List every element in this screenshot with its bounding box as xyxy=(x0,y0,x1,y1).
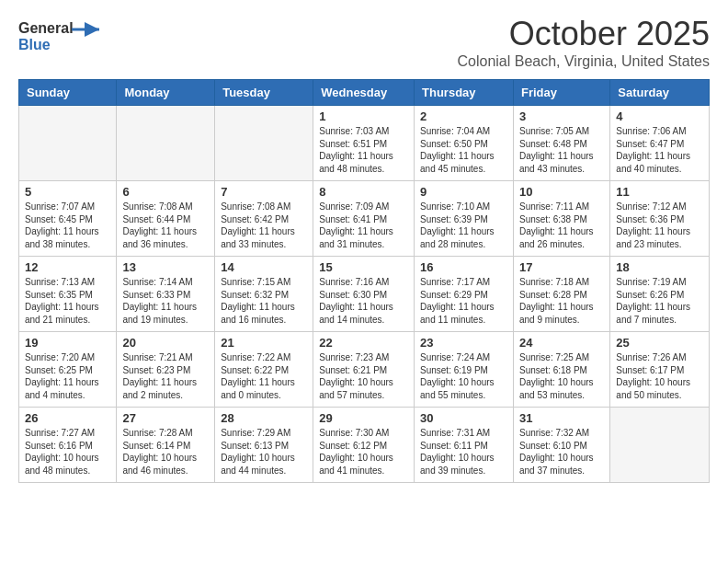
svg-text:Blue: Blue xyxy=(18,37,51,52)
day-info: Sunrise: 7:20 AMSunset: 6:25 PMDaylight:… xyxy=(25,351,110,401)
day-number: 31 xyxy=(519,411,604,425)
location-label: Colonial Beach, Virginia, United States xyxy=(457,53,710,70)
day-info: Sunrise: 7:31 AMSunset: 6:11 PMDaylight:… xyxy=(420,427,507,477)
calendar-cell: 31Sunrise: 7:32 AMSunset: 6:10 PMDayligh… xyxy=(513,408,609,483)
day-info: Sunrise: 7:05 AMSunset: 6:48 PMDaylight:… xyxy=(519,125,604,175)
calendar-cell: 3Sunrise: 7:05 AMSunset: 6:48 PMDaylight… xyxy=(513,106,609,181)
day-info: Sunrise: 7:30 AMSunset: 6:12 PMDaylight:… xyxy=(319,427,408,477)
day-number: 19 xyxy=(25,336,110,350)
calendar-cell: 1Sunrise: 7:03 AMSunset: 6:51 PMDaylight… xyxy=(313,106,415,181)
calendar-cell: 2Sunrise: 7:04 AMSunset: 6:50 PMDaylight… xyxy=(415,106,514,181)
day-number: 15 xyxy=(319,260,408,274)
day-info: Sunrise: 7:14 AMSunset: 6:33 PMDaylight:… xyxy=(122,276,209,326)
day-number: 28 xyxy=(221,411,307,425)
day-info: Sunrise: 7:21 AMSunset: 6:23 PMDaylight:… xyxy=(122,351,209,401)
day-info: Sunrise: 7:23 AMSunset: 6:21 PMDaylight:… xyxy=(319,351,408,401)
day-info: Sunrise: 7:15 AMSunset: 6:32 PMDaylight:… xyxy=(221,276,307,326)
col-monday: Monday xyxy=(117,80,215,106)
calendar-cell: 20Sunrise: 7:21 AMSunset: 6:23 PMDayligh… xyxy=(117,332,215,408)
day-number: 10 xyxy=(519,185,604,199)
day-info: Sunrise: 7:24 AMSunset: 6:19 PMDaylight:… xyxy=(420,351,507,401)
day-number: 20 xyxy=(122,336,209,350)
day-number: 17 xyxy=(519,260,604,274)
day-info: Sunrise: 7:29 AMSunset: 6:13 PMDaylight:… xyxy=(221,427,307,477)
calendar-cell: 28Sunrise: 7:29 AMSunset: 6:13 PMDayligh… xyxy=(215,408,313,483)
day-info: Sunrise: 7:12 AMSunset: 6:36 PMDaylight:… xyxy=(616,201,703,250)
day-number: 7 xyxy=(221,185,307,199)
day-info: Sunrise: 7:03 AMSunset: 6:51 PMDaylight:… xyxy=(319,125,408,175)
day-info: Sunrise: 7:06 AMSunset: 6:47 PMDaylight:… xyxy=(616,125,703,175)
day-number: 25 xyxy=(616,336,703,350)
day-number: 9 xyxy=(420,185,507,199)
day-info: Sunrise: 7:04 AMSunset: 6:50 PMDaylight:… xyxy=(420,125,507,175)
day-number: 6 xyxy=(122,185,209,199)
day-info: Sunrise: 7:19 AMSunset: 6:26 PMDaylight:… xyxy=(616,276,703,326)
calendar-week-row: 5Sunrise: 7:07 AMSunset: 6:45 PMDaylight… xyxy=(19,181,710,257)
day-info: Sunrise: 7:25 AMSunset: 6:18 PMDaylight:… xyxy=(519,351,604,401)
day-info: Sunrise: 7:17 AMSunset: 6:29 PMDaylight:… xyxy=(420,276,507,326)
day-info: Sunrise: 7:32 AMSunset: 6:10 PMDaylight:… xyxy=(519,427,604,477)
calendar-cell: 12Sunrise: 7:13 AMSunset: 6:35 PMDayligh… xyxy=(19,257,117,332)
day-number: 8 xyxy=(319,185,408,199)
day-info: Sunrise: 7:22 AMSunset: 6:22 PMDaylight:… xyxy=(221,351,307,401)
col-thursday: Thursday xyxy=(415,80,514,106)
calendar-cell xyxy=(117,106,215,181)
day-number: 3 xyxy=(519,109,604,123)
calendar-cell: 26Sunrise: 7:27 AMSunset: 6:16 PMDayligh… xyxy=(19,408,117,483)
day-info: Sunrise: 7:28 AMSunset: 6:14 PMDaylight:… xyxy=(122,427,209,477)
day-number: 16 xyxy=(420,260,507,274)
day-info: Sunrise: 7:08 AMSunset: 6:44 PMDaylight:… xyxy=(122,201,209,250)
calendar-cell: 10Sunrise: 7:11 AMSunset: 6:38 PMDayligh… xyxy=(513,181,609,257)
day-info: Sunrise: 7:26 AMSunset: 6:17 PMDaylight:… xyxy=(616,351,703,401)
col-friday: Friday xyxy=(513,80,609,106)
day-number: 26 xyxy=(25,411,110,425)
day-number: 4 xyxy=(616,109,703,123)
calendar-week-row: 26Sunrise: 7:27 AMSunset: 6:16 PMDayligh… xyxy=(19,408,710,483)
calendar-cell: 11Sunrise: 7:12 AMSunset: 6:36 PMDayligh… xyxy=(610,181,710,257)
logo-svg: General Blue xyxy=(18,15,101,55)
day-number: 27 xyxy=(122,411,209,425)
calendar-cell: 4Sunrise: 7:06 AMSunset: 6:47 PMDaylight… xyxy=(610,106,710,181)
day-number: 29 xyxy=(319,411,408,425)
calendar-cell: 27Sunrise: 7:28 AMSunset: 6:14 PMDayligh… xyxy=(117,408,215,483)
day-info: Sunrise: 7:08 AMSunset: 6:42 PMDaylight:… xyxy=(221,201,307,250)
calendar-cell: 5Sunrise: 7:07 AMSunset: 6:45 PMDaylight… xyxy=(19,181,117,257)
calendar-cell: 15Sunrise: 7:16 AMSunset: 6:30 PMDayligh… xyxy=(313,257,415,332)
day-number: 5 xyxy=(25,185,110,199)
calendar-cell: 29Sunrise: 7:30 AMSunset: 6:12 PMDayligh… xyxy=(313,408,415,483)
calendar-cell xyxy=(215,106,313,181)
day-number: 12 xyxy=(25,260,110,274)
day-info: Sunrise: 7:18 AMSunset: 6:28 PMDaylight:… xyxy=(519,276,604,326)
day-info: Sunrise: 7:13 AMSunset: 6:35 PMDaylight:… xyxy=(25,276,110,326)
calendar-cell: 19Sunrise: 7:20 AMSunset: 6:25 PMDayligh… xyxy=(19,332,117,408)
col-tuesday: Tuesday xyxy=(215,80,313,106)
calendar-cell: 16Sunrise: 7:17 AMSunset: 6:29 PMDayligh… xyxy=(415,257,514,332)
calendar-table: Sunday Monday Tuesday Wednesday Thursday… xyxy=(18,79,710,483)
calendar-cell: 25Sunrise: 7:26 AMSunset: 6:17 PMDayligh… xyxy=(610,332,710,408)
calendar-cell: 22Sunrise: 7:23 AMSunset: 6:21 PMDayligh… xyxy=(313,332,415,408)
day-info: Sunrise: 7:11 AMSunset: 6:38 PMDaylight:… xyxy=(519,201,604,250)
title-section: October 2025 Colonial Beach, Virginia, U… xyxy=(457,15,710,70)
day-number: 2 xyxy=(420,109,507,123)
day-number: 24 xyxy=(519,336,604,350)
day-number: 23 xyxy=(420,336,507,350)
col-wednesday: Wednesday xyxy=(313,80,415,106)
calendar-header-row: Sunday Monday Tuesday Wednesday Thursday… xyxy=(19,80,710,106)
calendar-cell: 6Sunrise: 7:08 AMSunset: 6:44 PMDaylight… xyxy=(117,181,215,257)
calendar-cell: 8Sunrise: 7:09 AMSunset: 6:41 PMDaylight… xyxy=(313,181,415,257)
day-number: 22 xyxy=(319,336,408,350)
day-number: 13 xyxy=(122,260,209,274)
day-info: Sunrise: 7:07 AMSunset: 6:45 PMDaylight:… xyxy=(25,201,110,250)
calendar-week-row: 19Sunrise: 7:20 AMSunset: 6:25 PMDayligh… xyxy=(19,332,710,408)
day-info: Sunrise: 7:27 AMSunset: 6:16 PMDaylight:… xyxy=(25,427,110,477)
day-number: 18 xyxy=(616,260,703,274)
day-number: 30 xyxy=(420,411,507,425)
calendar-cell: 7Sunrise: 7:08 AMSunset: 6:42 PMDaylight… xyxy=(215,181,313,257)
day-number: 11 xyxy=(616,185,703,199)
calendar-cell: 17Sunrise: 7:18 AMSunset: 6:28 PMDayligh… xyxy=(513,257,609,332)
logo-text: General Blue xyxy=(18,15,101,59)
col-saturday: Saturday xyxy=(610,80,710,106)
calendar-cell: 13Sunrise: 7:14 AMSunset: 6:33 PMDayligh… xyxy=(117,257,215,332)
day-info: Sunrise: 7:09 AMSunset: 6:41 PMDaylight:… xyxy=(319,201,408,250)
calendar-week-row: 12Sunrise: 7:13 AMSunset: 6:35 PMDayligh… xyxy=(19,257,710,332)
